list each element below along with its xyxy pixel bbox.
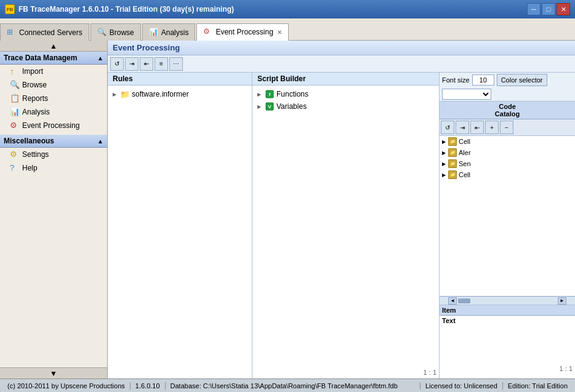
catalog-item-3[interactable]: ▶ 📁 Cell (440, 169, 575, 180)
sidebar-item-import[interactable]: ↑ Import (0, 65, 107, 78)
color-selector-button[interactable]: Color selector (497, 74, 547, 86)
tab-label-connected-servers: Connected Servers (19, 28, 82, 37)
properties-header: Item (440, 305, 575, 316)
font-size-label: Font size (442, 76, 470, 84)
panels-container: Rules ▶ 📁 software.informer Script Build… (108, 73, 575, 378)
script-panel-title: Script Builder (252, 73, 439, 86)
trace-data-section-header: Trace Data Managem ▲ (0, 52, 107, 65)
code-catalog-hscrollbar[interactable]: ◄ ► (440, 296, 575, 305)
outdent-button[interactable]: ⇤ (140, 57, 153, 71)
catalog-add-btn[interactable]: + (485, 121, 499, 134)
rule-item-software-informer[interactable]: ▶ 📁 software.informer (110, 88, 249, 100)
minimize-button[interactable]: ─ (527, 3, 541, 15)
editor-area[interactable]: 1 : 1 (252, 234, 439, 378)
sidebar-scroll-up[interactable]: ▲ (0, 41, 107, 52)
ci-folder-1: 📁 (448, 148, 457, 157)
ci-arrow-1: ▶ (442, 150, 448, 156)
sidebar-item-help[interactable]: ? Help (0, 161, 107, 175)
rules-panel: Rules ▶ 📁 software.informer (108, 73, 252, 378)
sidebar-item-reports[interactable]: 📋 Reports (0, 92, 107, 105)
sidebar: ▲ Trace Data Managem ▲ ↑ Import 🔍 Browse… (0, 41, 108, 378)
item-section-label: Item (442, 306, 456, 314)
sidebar-import-label: Import (22, 67, 43, 76)
catalog-outdent-btn[interactable]: ⇤ (470, 121, 484, 134)
trace-data-label: Trace Data Managem (4, 54, 77, 62)
maximize-button[interactable]: □ (542, 3, 555, 15)
refresh-button[interactable]: ↺ (110, 57, 124, 71)
script-panel: Script Builder ▶ f Functions ▶ (252, 73, 440, 378)
rules-panel-title: Rules (108, 73, 252, 86)
status-version: 1.6.0.10 (131, 382, 166, 390)
window-controls: ─ □ ✕ (527, 3, 570, 15)
code-toolbar: Font size Color selector (440, 73, 575, 102)
editor-position: 1 : 1 (424, 369, 436, 376)
item-text-label: Text (440, 316, 575, 326)
indent-button[interactable]: ⇥ (125, 57, 139, 71)
status-license: Licensed to: Unlicensed (420, 382, 503, 390)
font-size-input[interactable] (472, 74, 494, 86)
status-bar: (c) 2010-2011 by Upscene Productions 1.6… (0, 378, 575, 392)
misc-section-header: Miscellaneous ▲ (0, 135, 107, 148)
script-item-functions[interactable]: ▶ f Functions (255, 88, 436, 100)
rules-panel-body: ▶ 📁 software.informer (108, 86, 252, 378)
window-title: FB TraceManager 1.6.0.10 - Trial Edition… (18, 5, 527, 14)
script-item-variables[interactable]: ▶ V Variables (255, 100, 436, 113)
catalog-item-2[interactable]: ▶ 📁 Sen (440, 158, 575, 169)
catalog-refresh-btn[interactable]: ↺ (441, 121, 454, 134)
sidebar-reports-label: Reports (22, 94, 48, 103)
code-catalog-header: CodeCatalog (440, 102, 575, 119)
tree-arrow-icon: ▶ (113, 92, 120, 97)
ci-label-1: Aler (459, 149, 471, 156)
hscroll-right-btn[interactable]: ► (558, 297, 566, 305)
catalog-item-1[interactable]: ▶ 📁 Aler (440, 147, 575, 158)
sidebar-item-event-processing[interactable]: ⚙ Event Processing (0, 119, 107, 132)
reports-icon: 📋 (10, 94, 20, 103)
catalog-del-btn[interactable]: − (500, 121, 513, 134)
sidebar-settings-label: Settings (22, 150, 49, 159)
tab-event-processing[interactable]: ⚙ Event Processing ✕ (196, 23, 288, 41)
event-item-icon: ⚙ (10, 121, 20, 130)
browse-icon: 🔍 (97, 28, 107, 38)
sidebar-item-analysis[interactable]: 📊 Analysis (0, 105, 107, 119)
tab-browse[interactable]: 🔍 Browse (90, 23, 141, 41)
settings-icon: ⚙ (10, 150, 20, 159)
tab-label-browse: Browse (110, 28, 134, 37)
properties-body: 1 : 1 (440, 326, 575, 375)
hscroll-left-btn[interactable]: ◄ (448, 297, 457, 305)
tab-analysis[interactable]: 📊 Analysis (142, 23, 196, 41)
script-panel-body: ▶ f Functions ▶ V Variables (252, 86, 439, 234)
analysis-icon: 📊 (149, 28, 159, 38)
panel-header: Event Processing (108, 41, 575, 55)
format-button[interactable]: ≡ (155, 57, 168, 71)
sidebar-item-browse[interactable]: 🔍 Browse (0, 78, 107, 92)
ci-label-2: Sen (459, 160, 471, 167)
catalog-position: 1 : 1 (560, 365, 573, 372)
sidebar-scroll-down[interactable]: ▼ (0, 367, 107, 378)
var-arrow-icon: ▶ (257, 104, 265, 110)
sidebar-browse-label: Browse (22, 81, 47, 89)
color-dropdown[interactable] (442, 89, 491, 100)
tab-label-analysis: Analysis (161, 28, 189, 37)
ci-arrow-3: ▶ (442, 172, 448, 178)
browse-item-icon: 🔍 (10, 80, 20, 90)
tab-label-event-processing: Event Processing (215, 28, 273, 36)
status-copyright: (c) 2010-2011 by Upscene Productions (2, 382, 131, 390)
tab-connected-servers[interactable]: ⊞ Connected Servers (0, 23, 89, 41)
catalog-indent-btn[interactable]: ⇥ (456, 121, 469, 134)
tab-close-icon[interactable]: ✕ (277, 29, 282, 36)
catalog-item-0[interactable]: ▶ 📁 Cell (440, 136, 575, 147)
sidebar-analysis-label: Analysis (22, 108, 50, 116)
sidebar-item-settings[interactable]: ⚙ Settings (0, 148, 107, 161)
misc-collapse-icon[interactable]: ▲ (97, 138, 103, 145)
misc-label: Miscellaneous (4, 137, 54, 145)
rule-folder-icon: 📁 (120, 89, 130, 99)
tab-bar: ⊞ Connected Servers 🔍 Browse 📊 Analysis … (0, 18, 575, 41)
close-button[interactable]: ✕ (557, 3, 570, 15)
func-arrow-icon: ▶ (257, 92, 265, 97)
main-toolbar: ↺ ⇥ ⇤ ≡ ⋯ (108, 55, 575, 73)
ci-folder-0: 📁 (448, 137, 457, 146)
trace-data-collapse-icon[interactable]: ▲ (97, 55, 103, 62)
options-button[interactable]: ⋯ (169, 57, 183, 71)
ci-arrow-2: ▶ (442, 161, 448, 167)
rule-item-label: software.informer (132, 90, 189, 98)
